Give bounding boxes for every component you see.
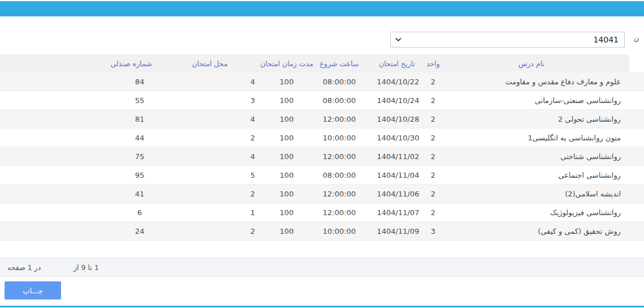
cell-duration: 100 [280, 78, 294, 86]
table-header-row: شماره صندلیمحل امتحانمدت زمان امتحانساعت… [0, 54, 629, 73]
cell-duration: 100 [280, 190, 294, 198]
cell-course: روانشناسی شناختی [560, 152, 621, 161]
top-navigation-bar [0, 1, 644, 16]
cell-seat: 41 [135, 190, 145, 198]
cell-duration: 100 [280, 208, 294, 217]
cell-seat: 6 [137, 208, 142, 217]
exam-schedule-table: 84410008:00:001404/10/222علوم و معارف دف… [0, 72, 644, 241]
cell-duration: 100 [280, 227, 294, 236]
cell-seat: 84 [135, 78, 145, 86]
cell-start: 08:00:00 [323, 78, 356, 86]
cell-course: روانشناسی اجتماعی [558, 171, 621, 179]
print-button[interactable]: چـــاپ [5, 281, 61, 300]
cell-course: متون روانشناسی به انگلیسی1 [528, 134, 621, 142]
cell-start: 12:00:00 [323, 152, 356, 161]
table-row[interactable]: 44210010:00:001404/10/302متون روانشناسی … [0, 129, 644, 147]
cell-date: 1404/11/09 [377, 227, 420, 236]
cell-seat: 75 [135, 152, 145, 161]
cell-location: 5 [250, 171, 255, 179]
cell-date: 1404/11/02 [377, 152, 420, 161]
cell-units: 2 [431, 152, 435, 161]
cell-date: 1404/11/07 [377, 208, 420, 217]
cell-seat: 24 [135, 227, 145, 236]
cell-location: 2 [250, 190, 255, 198]
cell-units: 2 [431, 190, 435, 198]
cell-units: 2 [431, 134, 435, 142]
table-row[interactable]: 75410012:00:001404/11/022روانشناسی شناخت… [0, 147, 644, 166]
cell-duration: 100 [280, 134, 294, 142]
cell-seat: 44 [135, 134, 145, 142]
column-header-course[interactable]: نام درس [518, 59, 544, 68]
cell-date: 1404/10/30 [377, 134, 420, 142]
cell-location: 3 [250, 96, 255, 105]
cell-date: 1404/11/06 [377, 190, 420, 198]
pagination-bar: 1 تا 9 از در 1 صفحه [0, 258, 644, 277]
cell-course: اندیشه اسلامی(2) [565, 190, 621, 198]
cell-start: 10:00:00 [323, 227, 356, 236]
cell-start: 08:00:00 [323, 171, 356, 179]
cell-course: روانشناسی فیزیولوژیک [550, 208, 621, 217]
column-header-start[interactable]: ساعت شروع [320, 59, 359, 68]
cell-date: 1404/11/04 [377, 171, 420, 179]
cell-start: 08:00:00 [323, 96, 356, 105]
table-row[interactable]: 6110012:00:001404/11/072روانشناسی فیزیول… [0, 203, 644, 222]
column-header-date[interactable]: تاریخ امتحان [379, 59, 415, 68]
semester-select[interactable]: 14041 [390, 32, 625, 48]
cell-location: 4 [250, 115, 255, 123]
table-row[interactable]: 84410008:00:001404/10/222علوم و معارف دف… [0, 72, 644, 91]
column-header-seat[interactable]: شماره صندلی [110, 59, 152, 68]
cell-units: 2 [431, 171, 435, 179]
cell-location: 4 [250, 78, 255, 86]
cell-course: روانشناسی تحولی 2 [558, 115, 621, 123]
table-row[interactable]: 24210010:00:001404/11/093روش تحقیق (کمی … [0, 222, 644, 241]
cell-location: 4 [250, 152, 255, 161]
table-row[interactable]: 41210012:00:001404/11/062اندیشه اسلامی(2… [0, 185, 644, 203]
column-header-location[interactable]: محل امتحان [192, 59, 227, 68]
cell-units: 2 [431, 78, 435, 86]
cell-units: 2 [431, 115, 435, 123]
cell-date: 1404/10/22 [377, 78, 420, 86]
cell-seat: 55 [135, 96, 145, 105]
cell-units: 3 [431, 227, 435, 236]
cell-start: 10:00:00 [323, 134, 356, 142]
cell-location: 2 [250, 227, 255, 236]
cell-start: 12:00:00 [323, 190, 356, 198]
cell-start: 12:00:00 [323, 115, 356, 123]
table-row[interactable]: 81410012:00:001404/10/282روانشناسی تحولی… [0, 110, 644, 129]
pager-page-text: در 1 صفحه [7, 263, 41, 272]
cell-course: روش تحقیق (کمی و کیفی) [538, 227, 621, 236]
cell-course: علوم و معارف دفاع مقدس و مقاومت [505, 78, 621, 86]
column-header-units[interactable]: واحد [426, 59, 440, 68]
cell-date: 1404/10/24 [377, 96, 420, 105]
pager-range-text: 1 تا 9 از [74, 263, 99, 272]
cell-duration: 100 [280, 171, 294, 179]
cell-units: 2 [431, 208, 435, 217]
table-row[interactable]: 95510008:00:001404/11/042روانشناسی اجتما… [0, 166, 644, 185]
cell-date: 1404/10/28 [377, 115, 420, 123]
cell-duration: 100 [280, 152, 294, 161]
chevron-down-icon [395, 37, 402, 42]
cell-location: 1 [250, 208, 255, 217]
cell-course: روانشناسی صنعتی-سازمانی [535, 96, 621, 105]
cell-start: 12:00:00 [323, 208, 356, 217]
semester-label-fragment: ن [634, 34, 639, 42]
cell-location: 2 [250, 134, 255, 142]
cell-seat: 95 [135, 171, 145, 179]
semester-select-value: 14041 [593, 35, 619, 44]
bottom-divider [0, 306, 644, 307]
cell-seat: 81 [135, 115, 145, 123]
cell-duration: 100 [280, 115, 294, 123]
cell-units: 2 [431, 96, 435, 105]
table-row[interactable]: 55310008:00:001404/10/242روانشناسی صنعتی… [0, 91, 644, 110]
cell-duration: 100 [280, 96, 294, 105]
column-header-duration[interactable]: مدت زمان امتحان [260, 59, 313, 68]
